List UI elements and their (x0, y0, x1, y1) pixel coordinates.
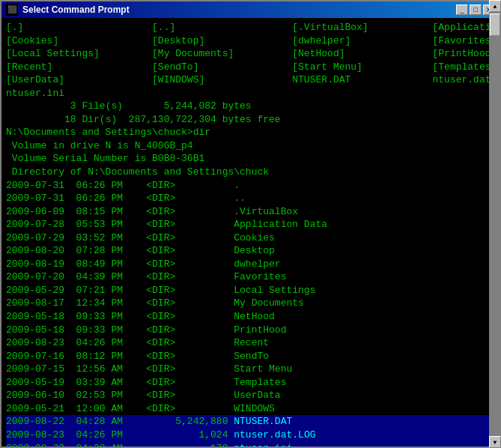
terminal-line: 2009-05-29 07:21 PM <DIR> Local Settings (6, 284, 495, 297)
terminal-line: [UserData] [WINDOWS] NTUSER.DAT ntuser.d… (6, 73, 495, 87)
terminal-line: 2009-07-31 06:26 PM <DIR> . (6, 179, 495, 193)
terminal-line: [Cookies] [Desktop] [dwhelper] [Favorite… (6, 34, 495, 48)
terminal-body[interactable]: [.] [..] [.VirtualBox] [Application Data… (1, 18, 500, 447)
terminal-line: 2009-05-21 12:00 AM <DIR> WINDOWS (6, 402, 495, 416)
window: ⬛ Select Command Prompt _ □ ✕ [.] [..] [… (0, 0, 501, 448)
maximize-button[interactable]: □ (470, 4, 482, 15)
cmd-icon: ⬛ (6, 4, 18, 16)
terminal-line: Directory of N:\Documents and Settings\c… (6, 166, 495, 179)
title-bar: ⬛ Select Command Prompt _ □ ✕ (1, 1, 500, 18)
terminal-line: ntuser.ini (6, 87, 495, 100)
terminal-line: [.] [..] [.VirtualBox] [Application Data… (6, 21, 495, 34)
terminal-line: 2009-08-17 12:34 PM <DIR> My Documents (6, 297, 495, 310)
terminal-line: 2009-05-18 09:33 PM <DIR> NetHood (6, 310, 495, 324)
terminal-line: Volume in drive N is N_400GB_p4 (6, 139, 495, 153)
terminal-line: 2009-07-31 06:26 PM <DIR> .. (6, 192, 495, 205)
terminal-line: 2009-07-16 08:12 PM <DIR> SendTo (6, 350, 495, 363)
minimize-button[interactable]: _ (456, 4, 468, 15)
terminal-line: 2009-07-15 12:56 AM <DIR> Start Menu (6, 363, 495, 376)
terminal-wrapper: [.] [..] [.VirtualBox] [Application Data… (1, 18, 500, 447)
window-title: Select Command Prompt (22, 4, 130, 15)
scroll-down-button[interactable]: ▼ (489, 436, 500, 447)
terminal-line: 2009-06-10 02:53 PM <DIR> UserData (6, 389, 495, 402)
terminal-line: [Local Settings] [My Documents] [NetHood… (6, 47, 495, 61)
terminal-line: 3 File(s) 5,244,082 bytes (6, 100, 495, 113)
terminal-line: [Recent] [SendTo] [Start Menu] [Template… (6, 61, 495, 74)
terminal-line: 2009-05-18 09:33 PM <DIR> PrintHood (6, 324, 495, 337)
terminal-line: 18 Dir(s) 287,130,722,304 bytes free (6, 113, 495, 127)
terminal-line: 2009-05-19 03:39 AM <DIR> Templates (6, 376, 495, 390)
terminal-line: 2009-07-20 04:39 PM <DIR> Favorites (6, 270, 495, 284)
scrollbar[interactable]: ▲ ▼ (489, 18, 500, 447)
terminal-content: [.] [..] [.VirtualBox] [Application Data… (6, 21, 495, 447)
terminal-line: Volume Serial Number is B0B8-36B1 (6, 152, 495, 166)
title-bar-left: ⬛ Select Command Prompt (6, 4, 130, 16)
terminal-line: 2009-08-20 07:28 PM <DIR> Desktop (6, 244, 495, 258)
terminal-line: 2009-07-28 05:53 PM <DIR> Application Da… (6, 218, 495, 231)
terminal-line: N:\Documents and Settings\chuck>dir (6, 126, 495, 139)
terminal-line: 2009-06-09 08:15 PM <DIR> .VirtualBox (6, 205, 495, 219)
terminal-line: 2009-08-23 04:26 PM <DIR> Recent (6, 336, 495, 350)
scroll-track[interactable] (489, 18, 500, 436)
terminal-line: 2009-08-22 04:28 AM 178 ntuser.ini (6, 442, 495, 447)
terminal-line: 2009-07-29 03:52 PM <DIR> Cookies (6, 231, 495, 245)
scroll-thumb[interactable] (490, 18, 500, 36)
terminal-line: 2009-08-22 04:28 AM 5,242,880 NTUSER.DAT (6, 415, 495, 429)
terminal-line: 2009-08-19 08:49 PM <DIR> dwhelper (6, 258, 495, 271)
terminal-line: 2009-08-23 04:26 PM 1,024 ntuser.dat.LOG (6, 429, 495, 442)
